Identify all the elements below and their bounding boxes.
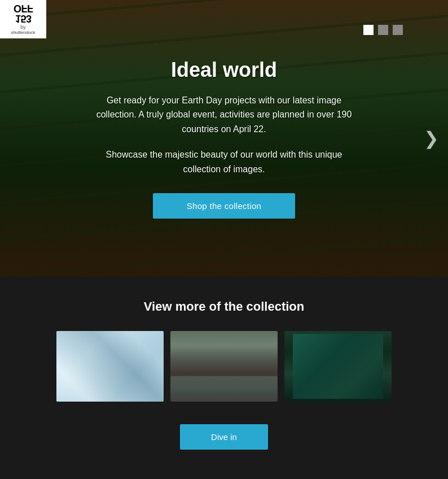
carousel-dot-1[interactable] (363, 25, 374, 35)
shop-collection-button[interactable]: Shop the collection (153, 193, 295, 219)
collection-image-ice[interactable] (56, 331, 164, 402)
hero-section: OFF 153 by shutterstock Ideal world Get … (0, 0, 448, 277)
dive-in-button[interactable]: Dive in (180, 424, 268, 450)
logo-off-text: OFF (14, 3, 33, 14)
collection-image-rocks[interactable] (170, 331, 278, 402)
logo-153-text: 153 (15, 14, 32, 24)
logo-brand-text: shutterstock (11, 31, 35, 35)
collection-image-grid (11, 331, 437, 402)
carousel-next-arrow[interactable]: ❯ (424, 129, 439, 147)
carousel-dots (363, 25, 403, 35)
hero-sub-description: Showcase the majestic beauty of our worl… (89, 147, 359, 176)
logo: OFF 153 by shutterstock (0, 0, 46, 38)
collection-image-aquarium[interactable] (284, 331, 392, 402)
hero-content: Ideal world Get ready for your Earth Day… (77, 58, 371, 219)
carousel-dot-2[interactable] (378, 25, 388, 35)
carousel-dot-3[interactable] (393, 25, 403, 35)
collection-title: View more of the collection (11, 299, 437, 314)
hero-description: Get ready for your Earth Day projects wi… (89, 93, 359, 137)
collection-section: View more of the collection Dive in (0, 277, 448, 478)
hero-title: Ideal world (89, 58, 359, 82)
